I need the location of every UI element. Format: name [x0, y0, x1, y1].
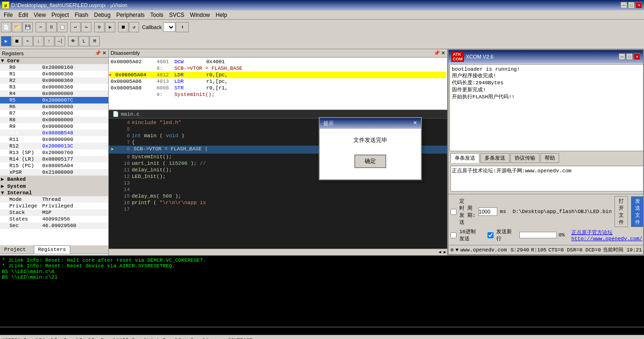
- reg-row-r6[interactable]: R60x00000000: [0, 103, 108, 110]
- open-btn[interactable]: 📂: [12, 22, 22, 32]
- reg-row-r11[interactable]: R110x00000000: [0, 136, 108, 143]
- save-btn[interactable]: 💾: [22, 22, 33, 32]
- step-out-btn[interactable]: ↑: [44, 36, 54, 46]
- send-file-btn[interactable]: 发送文件: [631, 196, 643, 227]
- menu-item-help[interactable]: Help: [213, 11, 230, 19]
- xcom-settings-icon[interactable]: ⚙: [450, 247, 454, 253]
- minimize-button[interactable]: ─: [621, 2, 627, 8]
- new-btn[interactable]: 📄: [1, 22, 11, 32]
- xcom-receive-area[interactable]: bootloader is running! 用户程序接收完成! 代码长度:29…: [449, 64, 643, 151]
- reg-row-r0[interactable]: R00x20000160: [0, 64, 108, 71]
- project-tab[interactable]: Project: [0, 245, 30, 254]
- cmd-input[interactable]: [2, 328, 642, 334]
- registers-table: ▼ Core R00x20000160 R10x00000360 R20x000…: [0, 58, 108, 245]
- registers-header: Registers 📌 ✕: [0, 49, 108, 58]
- menu-item-project[interactable]: Project: [49, 11, 72, 19]
- reset-btn[interactable]: ↺: [129, 22, 139, 32]
- disassembly-content[interactable]: 0x08005A02 4001 DCW 0x4001 8: SCB->VTOR …: [109, 58, 447, 108]
- step-in-btn[interactable]: ↓: [33, 36, 44, 46]
- xcom-max-btn[interactable]: □: [626, 53, 633, 60]
- toolbar-1: 📄 📂 💾 ✂ ⎘ 📋 ↩ ↪ ⚙ ▶ ⏹ ↺ Callback ⬇: [1, 21, 643, 34]
- menu-item-file[interactable]: File: [1, 11, 15, 19]
- watch-btn[interactable]: 👁: [68, 36, 78, 46]
- disasm-line-label-9: 9: SystemInit();: [110, 91, 446, 98]
- reg-row-r10[interactable]: R100x0800B548: [0, 130, 108, 136]
- menu-item-tools[interactable]: Tools: [148, 11, 166, 19]
- reg-row-xpsr[interactable]: xPSR0x21000000: [0, 169, 108, 176]
- command-panel[interactable]: * JLink Info: Reset: Halt core after res…: [0, 256, 644, 327]
- open-file-btn[interactable]: 打开文件: [614, 196, 628, 227]
- build-btn[interactable]: ⚙: [94, 22, 105, 32]
- menu-item-edit[interactable]: Edit: [15, 11, 31, 19]
- run-to-cursor-btn[interactable]: →|: [55, 36, 65, 46]
- reg-row-r3[interactable]: R30x00000360: [0, 84, 108, 90]
- run-btn[interactable]: ▶: [1, 36, 11, 46]
- reg-row-r4[interactable]: R40x00000000: [0, 90, 108, 97]
- reg-group-core: ▼ Core: [0, 58, 108, 64]
- paste-btn[interactable]: 📋: [57, 22, 67, 32]
- registers-title: Registers: [2, 51, 23, 56]
- timer-send-checkbox[interactable]: [450, 209, 457, 215]
- disassembly-title: Disassembly: [111, 50, 140, 56]
- debug-btn[interactable]: ▶: [105, 22, 115, 32]
- xcom-min-btn[interactable]: ─: [619, 53, 625, 60]
- registers-panel: Registers 📌 ✕ ▼ Core R00x20000160 R10x00…: [0, 49, 109, 255]
- cut-btn[interactable]: ✂: [36, 22, 46, 32]
- xcom-r-value: 105: [537, 247, 547, 253]
- maximize-button[interactable]: □: [628, 2, 635, 8]
- reg-row-r13[interactable]: R13 (SP)0x20000760: [0, 149, 108, 156]
- openedv-link[interactable]: 正点原子官方论坛http://www.openedv.com/: [571, 229, 643, 242]
- stop-btn[interactable]: ⏹: [118, 22, 128, 32]
- newline-checkbox[interactable]: [487, 232, 494, 238]
- period-input[interactable]: [479, 207, 497, 216]
- tab-help[interactable]: 帮助: [540, 153, 559, 163]
- tab-multi-send[interactable]: 多条发送: [480, 153, 509, 163]
- xcom-send-input[interactable]: 正点原子技术论坛:开源电子网:www.openedv.com: [450, 166, 643, 192]
- reg-row-r8[interactable]: R80x00000000: [0, 117, 108, 123]
- reg-row-r2[interactable]: R20x00000360: [0, 77, 108, 84]
- xcom-line-3: 代码长度:2940Bytes: [452, 79, 643, 86]
- reg-row-r14[interactable]: R14 (LR)0x08005177: [0, 156, 108, 162]
- reg-row-r5[interactable]: R50x2000007C: [0, 97, 108, 103]
- tab-single-send[interactable]: 单条发送: [450, 153, 479, 163]
- reg-row-mode: ModeThread: [0, 196, 108, 203]
- timer-send-label: 定时发送: [459, 198, 464, 226]
- source-scrollbar-bottom[interactable]: ◀ ▶: [109, 249, 447, 255]
- tab-protocol[interactable]: 协议传输: [510, 153, 539, 163]
- confirm-ok-btn[interactable]: 确定: [354, 155, 386, 168]
- close-button[interactable]: ✕: [636, 2, 642, 8]
- reg-row-r7[interactable]: R70x00000000: [0, 110, 108, 117]
- reg-close-icon[interactable]: ✕: [102, 50, 106, 56]
- menu-item-flash[interactable]: Flash: [72, 11, 91, 19]
- reg-row-r12[interactable]: R120x2000013C: [0, 143, 108, 149]
- copy-btn[interactable]: ⎘: [46, 22, 57, 32]
- stop-debug-btn[interactable]: ⏹: [12, 36, 22, 46]
- menu-item-svcs[interactable]: SVCS: [166, 11, 187, 19]
- menu-item-window[interactable]: Window: [187, 11, 213, 19]
- memory-btn[interactable]: M: [90, 36, 100, 46]
- menu-item-debug[interactable]: Debug: [91, 11, 113, 19]
- disasm-pin-icon[interactable]: 📌: [434, 50, 440, 56]
- menubar: FileEditViewProjectFlashDebugPeripherals…: [0, 10, 644, 20]
- reg-row-r15[interactable]: R15 (PC)0x08005A04: [0, 162, 108, 169]
- local-btn[interactable]: L: [79, 36, 89, 46]
- menu-item-peripherals[interactable]: Peripherals: [113, 11, 148, 19]
- src-line-15: 15 delay_ms( 500 );: [109, 193, 447, 199]
- registers-tab[interactable]: Registers: [34, 245, 70, 254]
- hex-send-checkbox[interactable]: [450, 232, 457, 238]
- xcom-panel: ATKCOM XCOM V2.6 ─ □ ✕ bootloader is run…: [447, 49, 644, 255]
- undo-btn[interactable]: ↩: [70, 22, 81, 32]
- timer-send-row: 定时发送 周期: ms D:\Desktop\app_flash\OBJ\LED…: [450, 196, 643, 227]
- xcom-close-btn[interactable]: ✕: [634, 53, 640, 60]
- callback-combo[interactable]: [163, 22, 175, 32]
- step-over-btn[interactable]: ↷: [22, 36, 33, 46]
- menu-item-view[interactable]: View: [31, 11, 49, 19]
- disasm-close-icon[interactable]: ✕: [441, 50, 445, 56]
- reg-pin-icon[interactable]: 📌: [95, 50, 101, 56]
- src-line-14: 14: [109, 186, 447, 193]
- confirm-close-icon[interactable]: ✕: [413, 120, 417, 127]
- flash-download-btn[interactable]: ⬇: [176, 22, 189, 32]
- reg-row-r9[interactable]: R90x00000000: [0, 123, 108, 130]
- reg-row-r1[interactable]: R10x00000360: [0, 71, 108, 77]
- redo-btn[interactable]: ↪: [81, 22, 91, 32]
